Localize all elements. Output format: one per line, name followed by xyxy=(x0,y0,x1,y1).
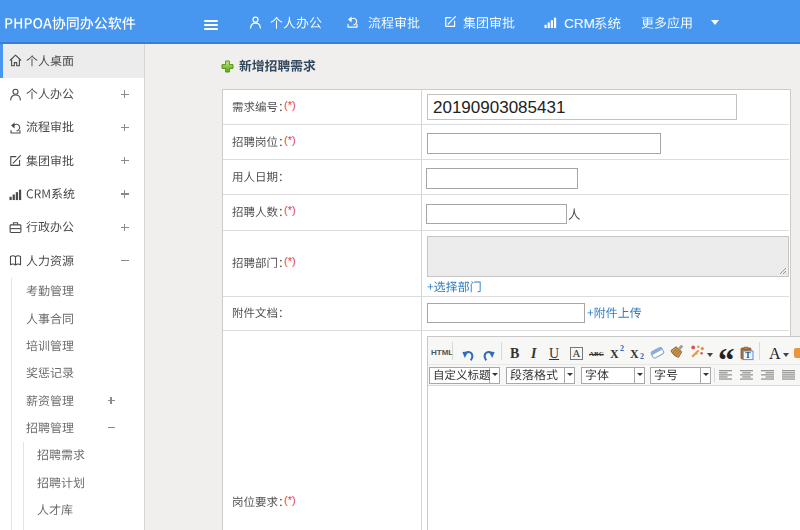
svg-text:T: T xyxy=(745,351,751,360)
